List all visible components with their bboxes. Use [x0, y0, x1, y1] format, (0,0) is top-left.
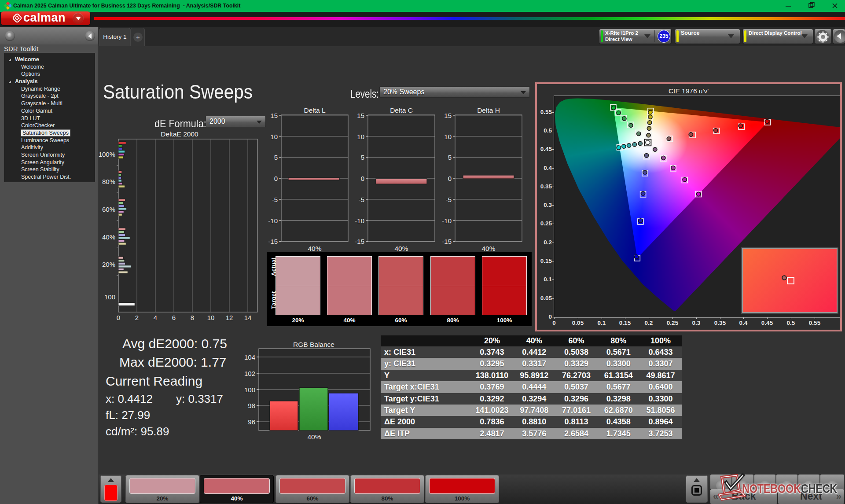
- svg-text:98: 98: [248, 402, 255, 409]
- svg-text:104: 104: [244, 353, 255, 361]
- svg-text:40%: 40%: [307, 433, 321, 441]
- svg-text:RGB Balance: RGB Balance: [293, 341, 334, 348]
- svg-text:100: 100: [244, 386, 255, 394]
- svg-text:102: 102: [244, 370, 255, 377]
- svg-text:96: 96: [248, 418, 255, 426]
